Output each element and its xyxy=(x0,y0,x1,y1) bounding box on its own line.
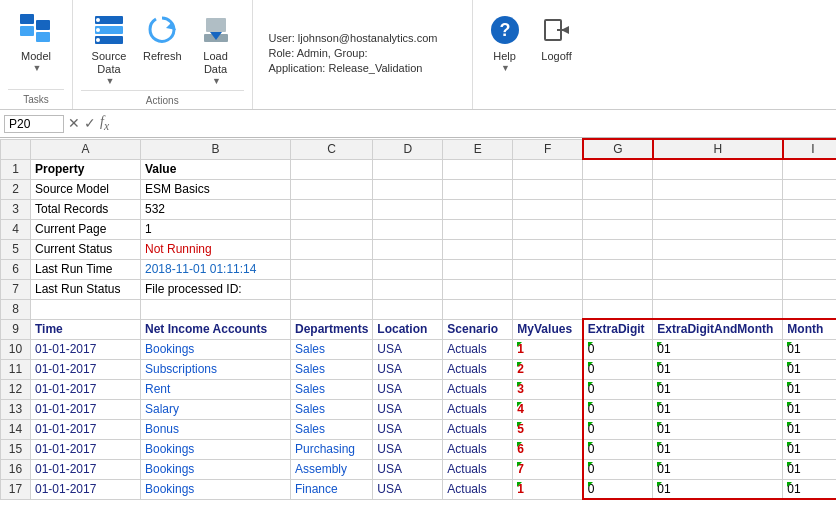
table-cell[interactable]: Not Running xyxy=(141,239,291,259)
table-cell[interactable] xyxy=(653,179,783,199)
table-cell[interactable]: Last Run Time xyxy=(31,259,141,279)
table-cell[interactable] xyxy=(783,219,836,239)
table-cell[interactable]: MyValues xyxy=(513,319,583,339)
table-cell[interactable] xyxy=(373,279,443,299)
table-cell[interactable]: Subscriptions xyxy=(141,359,291,379)
source-data-button[interactable]: SourceData ▼ xyxy=(85,8,133,90)
table-cell[interactable]: 01 xyxy=(783,459,836,479)
confirm-formula-icon[interactable]: ✓ xyxy=(84,115,96,131)
table-cell[interactable]: Actuals xyxy=(443,359,513,379)
table-cell[interactable]: Current Page xyxy=(31,219,141,239)
table-cell[interactable]: Salary xyxy=(141,399,291,419)
table-cell[interactable]: 01 xyxy=(653,459,783,479)
table-cell[interactable] xyxy=(373,179,443,199)
table-cell[interactable]: ExtraDigit xyxy=(583,319,653,339)
col-header-a[interactable]: A xyxy=(31,139,141,159)
table-cell[interactable]: Source Model xyxy=(31,179,141,199)
table-cell[interactable]: Bonus xyxy=(141,419,291,439)
table-cell[interactable]: 0 xyxy=(583,359,653,379)
table-cell[interactable] xyxy=(583,199,653,219)
table-cell[interactable]: 5 xyxy=(513,419,583,439)
table-cell[interactable] xyxy=(583,239,653,259)
table-cell[interactable] xyxy=(583,219,653,239)
table-cell[interactable]: 01-01-2017 xyxy=(31,439,141,459)
table-cell[interactable]: 1 xyxy=(141,219,291,239)
table-cell[interactable]: 3 xyxy=(513,379,583,399)
table-cell[interactable] xyxy=(291,159,373,179)
table-cell[interactable]: Sales xyxy=(291,359,373,379)
table-cell[interactable]: Actuals xyxy=(443,459,513,479)
cancel-formula-icon[interactable]: ✕ xyxy=(68,115,80,131)
table-cell[interactable]: 01 xyxy=(783,339,836,359)
table-cell[interactable] xyxy=(443,179,513,199)
col-header-i[interactable]: I xyxy=(783,139,836,159)
logoff-button[interactable]: Logoff xyxy=(533,8,581,67)
table-cell[interactable]: 0 xyxy=(583,439,653,459)
table-cell[interactable]: Actuals xyxy=(443,419,513,439)
table-cell[interactable]: 01 xyxy=(653,359,783,379)
table-cell[interactable]: 01 xyxy=(783,419,836,439)
table-cell[interactable]: 0 xyxy=(583,339,653,359)
col-header-f[interactable]: F xyxy=(513,139,583,159)
table-cell[interactable]: 1 xyxy=(513,479,583,499)
table-cell[interactable] xyxy=(653,219,783,239)
table-cell[interactable] xyxy=(443,259,513,279)
table-cell[interactable] xyxy=(291,199,373,219)
table-cell[interactable]: Last Run Status xyxy=(31,279,141,299)
table-cell[interactable] xyxy=(513,279,583,299)
table-cell[interactable] xyxy=(653,259,783,279)
table-cell[interactable]: 4 xyxy=(513,399,583,419)
table-cell[interactable] xyxy=(141,299,291,319)
table-cell[interactable] xyxy=(783,279,836,299)
table-cell[interactable]: Actuals xyxy=(443,339,513,359)
table-cell[interactable] xyxy=(583,279,653,299)
table-cell[interactable] xyxy=(373,159,443,179)
table-cell[interactable]: 0 xyxy=(583,459,653,479)
table-cell[interactable] xyxy=(291,279,373,299)
model-button[interactable]: Model ▼ xyxy=(12,8,60,77)
table-cell[interactable]: Actuals xyxy=(443,439,513,459)
table-cell[interactable]: Finance xyxy=(291,479,373,499)
table-cell[interactable] xyxy=(443,239,513,259)
table-cell[interactable]: 01 xyxy=(783,399,836,419)
table-cell[interactable] xyxy=(583,259,653,279)
table-cell[interactable] xyxy=(783,179,836,199)
table-cell[interactable] xyxy=(31,299,141,319)
table-cell[interactable] xyxy=(291,239,373,259)
table-cell[interactable]: USA xyxy=(373,359,443,379)
table-cell[interactable] xyxy=(291,219,373,239)
table-cell[interactable] xyxy=(291,299,373,319)
table-cell[interactable]: 01 xyxy=(653,419,783,439)
table-cell[interactable] xyxy=(583,299,653,319)
table-cell[interactable] xyxy=(653,199,783,219)
table-cell[interactable]: USA xyxy=(373,459,443,479)
table-cell[interactable]: USA xyxy=(373,339,443,359)
table-cell[interactable]: Assembly xyxy=(291,459,373,479)
table-cell[interactable] xyxy=(513,259,583,279)
table-cell[interactable]: Value xyxy=(141,159,291,179)
table-cell[interactable]: Sales xyxy=(291,379,373,399)
table-cell[interactable] xyxy=(783,199,836,219)
table-cell[interactable] xyxy=(373,299,443,319)
table-cell[interactable]: 01 xyxy=(653,379,783,399)
col-header-e[interactable]: E xyxy=(443,139,513,159)
table-cell[interactable] xyxy=(653,299,783,319)
table-cell[interactable]: Actuals xyxy=(443,479,513,499)
table-cell[interactable]: 01-01-2017 xyxy=(31,359,141,379)
col-header-c[interactable]: C xyxy=(291,139,373,159)
table-cell[interactable]: Purchasing xyxy=(291,439,373,459)
table-cell[interactable]: Departments xyxy=(291,319,373,339)
table-cell[interactable] xyxy=(443,219,513,239)
col-header-h[interactable]: H xyxy=(653,139,783,159)
table-cell[interactable]: Sales xyxy=(291,339,373,359)
table-cell[interactable]: USA xyxy=(373,439,443,459)
table-cell[interactable]: 01 xyxy=(653,479,783,499)
table-cell[interactable]: 0 xyxy=(583,419,653,439)
table-cell[interactable] xyxy=(653,279,783,299)
table-cell[interactable] xyxy=(513,199,583,219)
table-cell[interactable] xyxy=(513,219,583,239)
table-cell[interactable] xyxy=(583,179,653,199)
refresh-button[interactable]: Refresh xyxy=(137,8,188,67)
table-cell[interactable]: 01-01-2017 xyxy=(31,399,141,419)
table-cell[interactable]: Net Income Accounts xyxy=(141,319,291,339)
